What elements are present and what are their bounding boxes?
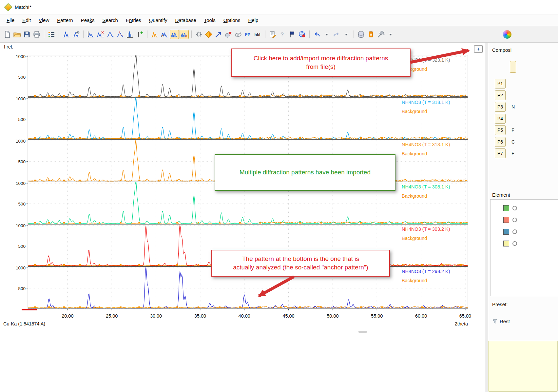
background-marker[interactable] <box>341 222 342 224</box>
background-marker[interactable] <box>421 180 423 181</box>
background-marker[interactable] <box>34 222 36 224</box>
background-marker[interactable] <box>79 306 81 308</box>
peak-markers-button[interactable] <box>116 30 125 39</box>
add-pattern-button[interactable]: + <box>474 45 483 53</box>
pattern-label[interactable]: NH4NO3 (T = 308.1 K) <box>402 184 450 189</box>
background-marker[interactable] <box>299 95 301 97</box>
search-peaks-button[interactable] <box>150 30 159 39</box>
background-marker[interactable] <box>260 137 261 139</box>
peak-settings-button[interactable] <box>71 30 81 39</box>
background-marker[interactable] <box>138 137 140 139</box>
background-label[interactable]: Background <box>402 151 427 156</box>
background-marker[interactable] <box>402 95 403 97</box>
menu-tools[interactable]: Tools <box>200 15 220 25</box>
restraints-button[interactable] <box>194 30 203 39</box>
menu-entries[interactable]: Entries <box>122 15 145 25</box>
database-alt-button[interactable] <box>366 30 375 39</box>
background-marker[interactable] <box>360 306 362 308</box>
background-marker[interactable] <box>341 306 342 308</box>
background-marker[interactable] <box>120 180 122 181</box>
menu-search[interactable]: Search <box>98 15 122 25</box>
background-marker[interactable] <box>320 306 322 308</box>
background-marker[interactable] <box>138 306 140 308</box>
fp-button[interactable]: FP <box>243 30 253 39</box>
background-marker[interactable] <box>176 137 178 139</box>
background-marker[interactable] <box>99 264 100 266</box>
flag-button[interactable] <box>288 30 297 39</box>
search-match-active-button[interactable] <box>170 30 179 39</box>
background-marker[interactable] <box>63 137 65 139</box>
background-marker[interactable] <box>99 180 100 181</box>
menu-view[interactable]: View <box>35 15 53 25</box>
background-marker[interactable] <box>460 264 462 266</box>
background-marker[interactable] <box>421 222 423 224</box>
ignore-entry-button[interactable] <box>234 30 243 39</box>
background-marker[interactable] <box>320 222 322 224</box>
background-marker[interactable] <box>176 95 178 97</box>
pattern-label[interactable]: NH4NO3 (T = 298.2 K) <box>402 269 450 274</box>
save-file-button[interactable] <box>22 30 31 39</box>
background-marker[interactable] <box>79 222 81 224</box>
background-marker[interactable] <box>176 180 178 181</box>
search-match-active2-button[interactable] <box>180 30 189 39</box>
background-marker[interactable] <box>198 95 199 97</box>
background-marker[interactable] <box>402 180 403 181</box>
view-options-button[interactable]: ? <box>278 30 287 39</box>
splitter-handle[interactable] <box>358 331 367 333</box>
background-marker[interactable] <box>402 222 403 224</box>
print-button[interactable] <box>32 30 41 39</box>
pattern-button-p6[interactable]: P6 <box>495 137 506 147</box>
background-marker[interactable] <box>120 264 122 266</box>
background-marker[interactable] <box>280 95 281 97</box>
background-marker[interactable] <box>320 95 322 97</box>
background-marker[interactable] <box>34 180 36 181</box>
background-marker[interactable] <box>198 306 199 308</box>
report-button[interactable] <box>268 30 277 39</box>
background-marker[interactable] <box>99 95 100 97</box>
add-peak-button[interactable] <box>135 30 144 39</box>
axes-peak-button[interactable] <box>86 30 95 39</box>
background-marker[interactable] <box>48 306 50 308</box>
new-entry-diamond-button[interactable] <box>204 30 213 39</box>
background-marker[interactable] <box>158 137 160 139</box>
background-marker[interactable] <box>176 306 178 308</box>
new-file-button[interactable] <box>3 30 12 39</box>
promote-entry-button[interactable] <box>214 30 223 39</box>
background-marker[interactable] <box>48 95 50 97</box>
background-marker[interactable] <box>381 222 383 224</box>
background-marker[interactable] <box>198 137 199 139</box>
background-marker[interactable] <box>381 306 383 308</box>
online-db-button[interactable] <box>298 30 307 39</box>
background-marker[interactable] <box>460 180 462 181</box>
background-marker[interactable] <box>441 180 443 181</box>
background-marker[interactable] <box>441 264 443 266</box>
background-marker[interactable] <box>34 264 36 266</box>
background-marker[interactable] <box>219 306 221 308</box>
background-marker[interactable] <box>299 222 301 224</box>
background-marker[interactable] <box>441 222 443 224</box>
restraints-row[interactable]: Rest <box>492 319 510 324</box>
background-marker[interactable] <box>260 95 261 97</box>
pattern-button-p5[interactable]: P5 <box>495 125 506 135</box>
undo-button[interactable] <box>312 30 321 39</box>
background-marker[interactable] <box>63 306 65 308</box>
background-marker[interactable] <box>280 222 281 224</box>
stick-pattern-button[interactable] <box>125 30 135 39</box>
background-marker[interactable] <box>198 180 199 181</box>
background-marker[interactable] <box>63 180 65 181</box>
background-marker[interactable] <box>260 306 261 308</box>
background-label[interactable]: Background <box>402 109 427 114</box>
background-marker[interactable] <box>48 222 50 224</box>
background-marker[interactable] <box>120 306 122 308</box>
background-marker[interactable] <box>460 95 462 97</box>
menu-peaks[interactable]: Peaks <box>77 15 99 25</box>
background-marker[interactable] <box>198 264 199 266</box>
background-marker[interactable] <box>441 137 443 139</box>
background-marker[interactable] <box>460 137 462 139</box>
element-radio[interactable] <box>512 241 517 246</box>
delete-entry-button[interactable] <box>224 30 233 39</box>
strip-kalpha2-button[interactable] <box>96 30 105 39</box>
background-marker[interactable] <box>341 137 342 139</box>
background-marker[interactable] <box>280 137 281 139</box>
background-marker[interactable] <box>79 95 81 97</box>
